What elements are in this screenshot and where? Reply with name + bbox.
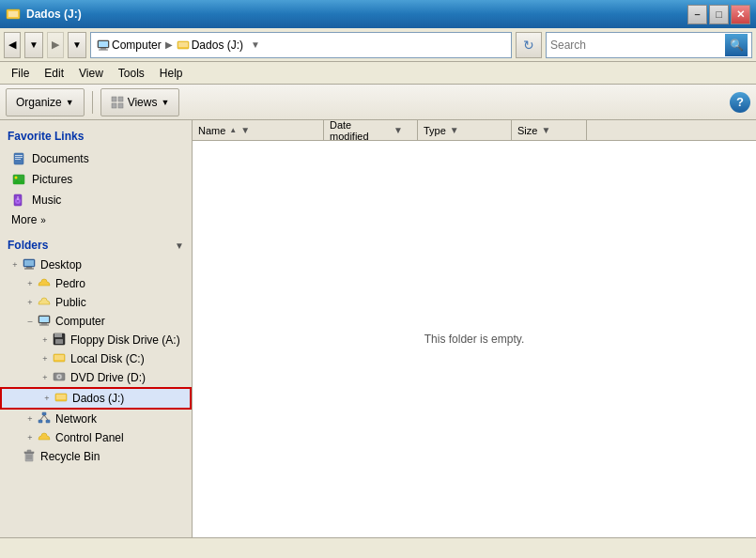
back-dropdown-button[interactable]: ▼: [24, 32, 43, 58]
menu-help[interactable]: Help: [152, 65, 191, 82]
tree-item-recyclebin[interactable]: + Recycle Bin: [0, 447, 192, 466]
dvd-icon: [53, 370, 68, 385]
forward-dropdown-button[interactable]: ▼: [68, 32, 86, 58]
network-icon: [38, 411, 53, 426]
localc-icon: [53, 351, 68, 366]
empty-message-text: This folder is empty.: [424, 333, 524, 346]
minimize-button[interactable]: –: [687, 5, 707, 24]
svg-rect-35: [54, 355, 64, 360]
col-header-date[interactable]: Date modified ▼: [324, 120, 418, 140]
window-controls: – □ ✕: [687, 5, 750, 24]
pedro-icon: [38, 276, 53, 291]
svg-line-45: [44, 415, 48, 420]
toolbar-separator: [92, 91, 93, 114]
favorite-links-label: Favorite Links: [8, 130, 84, 143]
tree-item-floppy[interactable]: + Floppy Disk Drive (A:): [0, 331, 192, 349]
search-box: 🔍: [546, 32, 752, 58]
search-button[interactable]: 🔍: [725, 34, 748, 56]
sidebar: Favorite Links Documents: [0, 120, 193, 537]
col-header-type[interactable]: Type ▼: [418, 120, 512, 140]
tree-item-dados[interactable]: + Dados (J:): [0, 387, 192, 410]
tree-item-public[interactable]: + Public: [0, 293, 192, 312]
svg-point-38: [58, 376, 60, 378]
col-header-size[interactable]: Size ▼: [512, 120, 587, 140]
svg-rect-42: [39, 420, 42, 423]
refresh-button[interactable]: ↻: [516, 32, 542, 58]
pedro-label: Pedro: [55, 277, 85, 290]
breadcrumb-dados[interactable]: Dados (J:): [177, 39, 243, 52]
menu-file[interactable]: File: [4, 65, 37, 82]
svg-point-21: [17, 200, 19, 202]
tree-item-pedro[interactable]: + Pedro: [0, 274, 192, 293]
svg-rect-30: [39, 325, 49, 326]
menu-view[interactable]: View: [71, 65, 111, 82]
svg-rect-13: [15, 155, 23, 156]
organize-button[interactable]: Organize ▼: [6, 88, 85, 116]
search-input[interactable]: [550, 39, 725, 52]
col-name-expand: ▼: [240, 125, 259, 135]
organize-dropdown-icon: ▼: [66, 98, 74, 107]
svg-rect-15: [15, 159, 21, 160]
folders-chevron-icon: ▼: [175, 240, 184, 251]
public-icon: [38, 295, 53, 310]
tree-item-network[interactable]: + Network: [0, 410, 192, 428]
recyclebin-label: Recycle Bin: [40, 450, 100, 463]
tree-item-localc[interactable]: + Local Disk (C:): [0, 349, 192, 368]
close-button[interactable]: ✕: [731, 5, 750, 24]
more-link[interactable]: More »: [0, 210, 192, 229]
favorite-links: Documents Pictures: [0, 147, 192, 231]
svg-rect-22: [18, 196, 19, 200]
folders-header[interactable]: Folders ▼: [0, 235, 192, 256]
breadcrumb-dados-label: Dados (J:): [192, 39, 243, 52]
breadcrumb-dropdown[interactable]: ▼: [251, 39, 260, 50]
expand-pedro-icon[interactable]: +: [23, 276, 38, 291]
expand-localc-icon[interactable]: +: [38, 351, 53, 366]
expand-network-icon[interactable]: +: [23, 411, 38, 426]
drive-icon: [177, 39, 190, 52]
col-name-sort: ▲: [229, 126, 237, 134]
favorite-links-header[interactable]: Favorite Links: [0, 126, 192, 147]
expand-computer-icon[interactable]: –: [23, 314, 38, 329]
maximize-button[interactable]: □: [709, 5, 729, 24]
menu-tools[interactable]: Tools: [111, 65, 152, 82]
forward-dropdown-icon: ▼: [72, 39, 82, 50]
col-date-label: Date modified: [330, 119, 390, 142]
forward-button[interactable]: ▶: [47, 32, 64, 58]
localc-label: Local Disk (C:): [70, 352, 145, 365]
column-headers: Name ▲ ▼ Date modified ▼ Type ▼ Size ▼: [193, 120, 756, 141]
tree-item-computer[interactable]: – Computer: [0, 312, 192, 331]
fav-item-pictures[interactable]: Pictures: [0, 169, 192, 190]
back-dropdown-icon: ▼: [29, 39, 39, 50]
svg-rect-25: [26, 267, 32, 269]
expand-dados-icon[interactable]: +: [39, 391, 54, 406]
col-header-name[interactable]: Name ▲ ▼: [193, 120, 324, 140]
expand-dvd-icon[interactable]: +: [38, 370, 53, 385]
computer-icon: [97, 39, 110, 52]
fav-item-documents[interactable]: Documents: [0, 148, 192, 169]
expand-controlpanel-icon[interactable]: +: [23, 430, 38, 445]
menu-edit[interactable]: Edit: [37, 65, 71, 82]
dados-label: Dados (J:): [72, 392, 124, 405]
expand-public-icon[interactable]: +: [23, 295, 38, 310]
more-icon: »: [40, 215, 46, 225]
expand-floppy-icon[interactable]: +: [38, 333, 53, 348]
breadcrumb-computer-label: Computer: [112, 39, 162, 52]
svg-rect-24: [24, 260, 34, 266]
breadcrumb-computer[interactable]: Computer: [97, 39, 162, 52]
svg-rect-8: [112, 97, 116, 101]
views-button[interactable]: Views ▼: [100, 88, 180, 116]
tree-item-dvd[interactable]: + DVD Drive (D:): [0, 368, 192, 387]
fav-item-music[interactable]: Music: [0, 190, 192, 210]
tree-item-controlpanel[interactable]: + Control Panel: [0, 428, 192, 447]
dvd-label: DVD Drive (D:): [70, 371, 146, 384]
svg-rect-11: [118, 103, 123, 108]
folders-label: Folders: [8, 239, 48, 252]
help-button[interactable]: ?: [730, 92, 750, 113]
expand-desktop-icon[interactable]: +: [8, 257, 23, 272]
dados-icon: [54, 391, 69, 406]
controlpanel-label: Control Panel: [55, 431, 124, 444]
back-button[interactable]: ◀: [4, 32, 21, 58]
desktop-label: Desktop: [40, 258, 82, 271]
col-type-expand: ▼: [450, 125, 469, 135]
tree-item-desktop[interactable]: + Desktop: [0, 256, 192, 274]
